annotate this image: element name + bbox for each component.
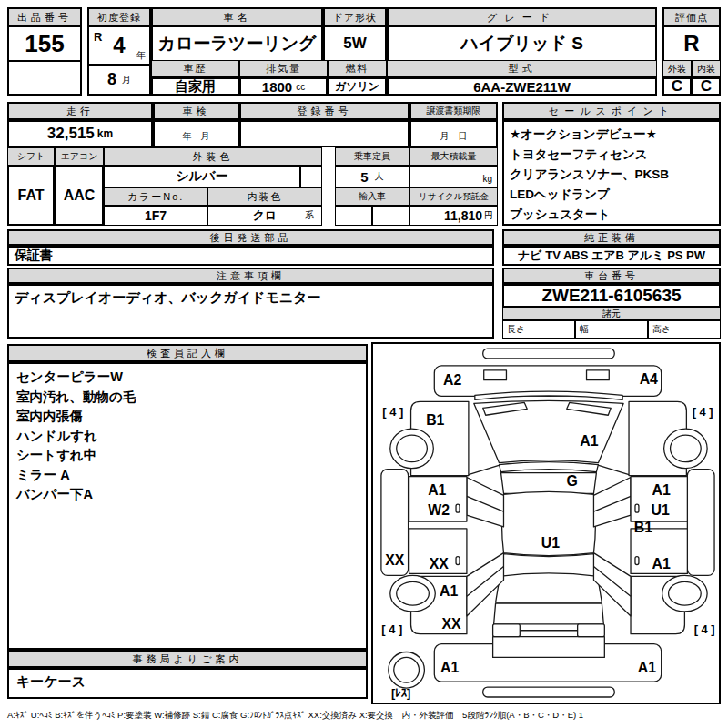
damage-mark: [ 4 ]	[382, 405, 403, 419]
int-color-suffix: 系	[305, 209, 314, 222]
damage-mark: XX	[442, 616, 462, 632]
front-strip	[483, 349, 614, 359]
first-reg-month-cell: 8 月	[87, 64, 151, 96]
list-line: 室内内張傷	[16, 407, 359, 427]
score-value: R	[662, 25, 721, 62]
right-sill	[687, 470, 714, 576]
score-label: 評価点	[662, 7, 721, 27]
list-line: 室内汚れ、動物の毛	[16, 388, 359, 408]
displacement-value: 1800	[262, 79, 292, 95]
reg-no-cell	[239, 120, 410, 147]
damage-mark: A1	[428, 482, 446, 498]
capacity-cell: 5 人	[335, 166, 410, 187]
right-taillight	[578, 624, 605, 637]
model-code-value: 6AA-ZWE211W	[387, 77, 657, 96]
recycle-unit: 円	[484, 209, 493, 222]
list-line: センターピラーW	[16, 368, 359, 388]
sales-points-body: ★オークションデビュー★トヨタセーフティセンスクリアランスソナー、PKSBLED…	[502, 120, 721, 226]
mileage-cell: 32,515 km	[7, 120, 153, 147]
damage-mark: XX	[430, 556, 450, 571]
lot-no-empty-cell	[7, 60, 82, 96]
first-reg-label: 初度登録	[87, 7, 151, 27]
list-line: LEDヘッドランプ	[510, 185, 713, 205]
later-parts-value: 保証書	[7, 246, 494, 266]
left-taillight	[493, 624, 521, 637]
damage-mark: A1	[638, 661, 656, 676]
damage-mark: [ﾚｽ]	[391, 686, 410, 700]
front-right-lamp	[587, 370, 610, 380]
reg-year-value: 4	[113, 33, 125, 58]
cowl-band	[500, 462, 599, 472]
shift-value: FAT	[7, 166, 55, 226]
month-suffix: 月	[122, 74, 131, 86]
fuel-value: ガソリン	[328, 77, 387, 96]
damage-mark: G	[567, 473, 578, 489]
displacement-unit: cc	[296, 82, 305, 92]
cowl-strip	[475, 391, 622, 399]
exterior-score: C	[662, 77, 692, 96]
grade-value: ハイブリッド S	[387, 25, 657, 62]
interior-score: C	[692, 77, 721, 96]
int-color-cell: クロ 系	[207, 206, 322, 226]
office-info-label: 事務局よりご案内	[7, 650, 368, 668]
shift-label: シフト	[7, 147, 55, 166]
recycle-fee: 11,810	[444, 208, 482, 223]
rear-gate-lower	[493, 637, 605, 658]
aircon-label: エアコン	[55, 147, 104, 166]
list-line: ハンドルすれ	[16, 427, 359, 447]
damage-mark: W2	[428, 502, 450, 518]
damage-mark: A1	[580, 433, 598, 449]
chassis-label: 車台番号	[502, 268, 721, 284]
era-value: R	[94, 30, 102, 44]
inspection-label: 車検	[153, 102, 239, 120]
max-load-label: 最大積載量	[410, 147, 498, 166]
import-cell-a	[335, 206, 372, 226]
model-code-label: 型式	[387, 60, 657, 77]
ext-color-empty-cell	[300, 166, 322, 187]
windshield	[501, 473, 597, 494]
int-color-label: 内装色	[207, 187, 322, 206]
list-line: クリアランスソナー、PKSB	[510, 165, 713, 185]
door-value: 5W	[323, 25, 387, 62]
list-line: ★オークションデビュー★	[510, 125, 713, 145]
max-load-unit: kg	[482, 174, 492, 184]
rear-strip	[483, 687, 614, 697]
transfer-cell: 月 日	[410, 120, 498, 147]
damage-mark: B1	[634, 520, 652, 535]
damage-mark: U1	[541, 535, 560, 551]
damage-mark: B1	[426, 412, 444, 428]
history-label: 車歴	[151, 60, 239, 77]
list-line: トヨタセーフティセンス	[510, 145, 713, 165]
damage-mark: XX	[385, 552, 405, 568]
damage-mark: A4	[640, 371, 658, 387]
dimensions-label: 諸元	[502, 308, 721, 320]
history-value: 自家用	[151, 77, 239, 96]
inspection-placeholder: 年 月	[183, 130, 210, 143]
oem-equipment-value: ナビ TV ABS エアB アルミ PS PW	[502, 246, 721, 266]
list-line: バンパー下A	[16, 485, 359, 505]
recycle-label: リサイクル預託金	[410, 187, 498, 206]
ext-color-value: シルバー	[104, 166, 300, 187]
int-color-value: クロ	[253, 207, 278, 224]
damage-mark: A1	[440, 661, 459, 676]
reg-no-label: 登録番号	[239, 102, 410, 120]
list-line: ミラー A	[16, 466, 359, 486]
legend-line: A:ｷｽﾞ U:ﾍｺﾐ B:ｷｽﾞを伴うﾍｺﾐ P:要塗装 W:補修跡 S:錆 …	[7, 710, 721, 724]
color-no-value: 1F7	[104, 206, 207, 226]
ext-color-label: 外装色	[104, 147, 322, 166]
max-load-cell: kg	[410, 166, 498, 187]
car-name-value: カローラツーリング	[151, 25, 323, 62]
oem-equipment-label: 純正装備	[502, 229, 721, 246]
damage-mark: [ 4 ]	[694, 622, 715, 636]
damage-diagram: A2A4[ 4 ][ 4 ]B1A1GA1W2A1U1B1U1XXXXA1A1X…	[371, 342, 721, 704]
capacity-value: 5	[360, 169, 368, 185]
capacity-unit: 人	[375, 170, 384, 183]
damage-mark: A1	[440, 583, 458, 599]
length-cell: 長さ	[502, 320, 575, 339]
year-suffix: 年	[136, 49, 146, 62]
lot-no-value: 155	[7, 25, 82, 62]
later-parts-label: 後日発送部品	[7, 229, 494, 246]
mileage-value: 32,515	[47, 125, 95, 143]
damage-mark: U1	[652, 502, 670, 518]
height-cell: 高さ	[648, 320, 721, 339]
